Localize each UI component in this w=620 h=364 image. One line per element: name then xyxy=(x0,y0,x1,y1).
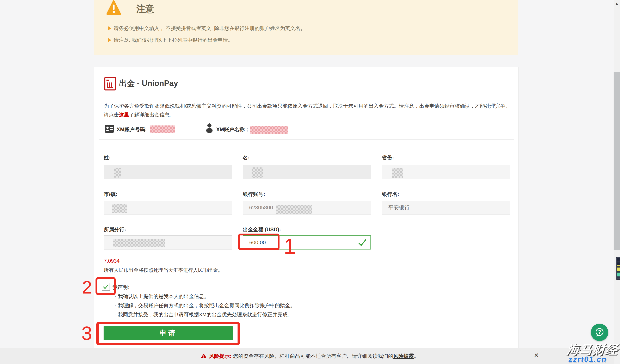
watermark-url: zzrt01.cn xyxy=(569,355,607,364)
withdrawal-page: 注意 请务必使用中文输入， 不接受拼音或者英文, 除非您在银行注册的账户姓名为英… xyxy=(0,0,620,364)
declaration-item-text: 我确认以上提供的是我本人的出金信息。 xyxy=(118,293,209,299)
notice-box: 注意 请务必使用中文输入， 不接受拼音或者英文, 除非您在银行注册的账户姓名为英… xyxy=(94,0,518,55)
description-text: 为了保护各方免受欺诈及降低洗钱和/或恐怖主义融资的可能性，公司出金款项只能依原入… xyxy=(104,103,495,109)
risk-suffix: 。 xyxy=(414,353,419,360)
branch-redacted xyxy=(113,239,165,247)
section-divider xyxy=(99,139,514,139)
last-name-field xyxy=(104,165,232,179)
details-link[interactable]: 这里 xyxy=(119,112,129,117)
scroll-up-arrow-icon[interactable]: ▲ xyxy=(614,1,620,6)
withdrawal-description: 为了保护各方免受欺诈及降低洗钱和/或恐怖主义融资的可能性，公司出金款项只能依原入… xyxy=(104,102,514,119)
side-panel-widget[interactable] xyxy=(616,257,620,280)
bullet-icon: · xyxy=(115,303,116,308)
bullet-icon: · xyxy=(115,312,116,317)
notice-bullet: 请务必使用中文输入， 不接受拼音或者英文, 除非您在银行注册的账户姓名为英文名。 xyxy=(114,25,305,32)
equalizer-stripes-icon xyxy=(617,258,620,278)
page-title: 出金 - UnionPay xyxy=(119,78,178,89)
close-icon[interactable]: ✕ xyxy=(534,352,539,359)
bank-icon xyxy=(104,77,116,91)
account-name-label: XM账户名称： xyxy=(216,126,250,133)
bank-account-redacted xyxy=(276,205,312,214)
exchange-rate-note: 所有人民币出金将按照处理当天汇率进行人民币出金。 xyxy=(104,267,223,273)
annotation-number-1: 1 xyxy=(284,235,296,258)
valid-check-icon xyxy=(358,239,366,246)
declaration-item-text: 我理解，交易账户任何方式的出金，将按照出金金额同比例扣除账户中的赠金。 xyxy=(118,303,295,308)
bank-account-field: 62305800 xyxy=(243,201,371,215)
province-field xyxy=(382,165,510,179)
description-text: 了解详细出金信息。 xyxy=(129,112,175,117)
notice-title: 注意 xyxy=(136,3,155,15)
risk-warning-bar: 风险提示: 您的资金存在风险。杠杆商品可能不适合所有客户。请详细阅读我们的风险披… xyxy=(0,348,620,364)
province-redacted xyxy=(392,168,403,178)
first-name-label: 名: xyxy=(243,154,371,161)
first-name-field xyxy=(243,165,371,179)
help-bubble-icon: ? xyxy=(594,327,605,338)
annotation-box-1 xyxy=(238,234,279,250)
account-number-label: XM账户号码: xyxy=(117,126,147,133)
annotation-box-2 xyxy=(95,277,116,295)
risk-prefix: 风险提示: xyxy=(209,353,231,360)
branch-label: 所属分行: xyxy=(104,226,232,233)
last-name-redacted xyxy=(114,168,121,178)
amount-label: 出金金额 (USD): xyxy=(243,226,371,233)
city-field xyxy=(104,201,232,215)
annotation-box-3 xyxy=(96,322,240,345)
person-icon xyxy=(205,123,213,133)
annotation-number-2: 2 xyxy=(82,278,92,296)
help-button[interactable]: ? xyxy=(591,324,608,341)
branch-field xyxy=(104,235,232,249)
id-card-icon xyxy=(105,125,114,133)
bank-name-label: 银行名: xyxy=(382,191,510,197)
annotation-number-3: 3 xyxy=(81,324,92,343)
notice-arrow-icon xyxy=(108,26,111,30)
first-name-redacted xyxy=(252,167,263,178)
declaration-item: ·我理解，交易账户任何方式的出金，将按照出金金额同比例扣除账户中的赠金。 xyxy=(115,302,295,309)
province-label: 省份: xyxy=(382,154,510,161)
exchange-rate: 7.0934 xyxy=(104,258,120,264)
declaration-item: ·我确认以上提供的是我本人的出金信息。 xyxy=(115,293,209,300)
bank-name-value: 平安银行 xyxy=(388,201,410,214)
withdrawal-panel: 出金 - UnionPay 为了保护各方免受欺诈及降低洗钱和/或恐怖主义融资的可… xyxy=(94,67,518,348)
declaration-item: ·我同意并接受，我的出金申请可根据XM的出金优先处理条款进行修正并完成。 xyxy=(115,311,293,318)
city-label: 市/镇: xyxy=(104,191,232,197)
notice-arrow-icon xyxy=(108,38,111,42)
city-redacted xyxy=(112,204,127,213)
risk-warning-icon xyxy=(201,354,206,358)
bank-name-field: 平安银行 xyxy=(382,201,510,215)
svg-text:?: ? xyxy=(598,329,601,335)
warning-triangle-icon xyxy=(106,0,121,16)
declaration-item-text: 我同意并接受，我的出金申请可根据XM的出金优先处理条款进行修正并完成。 xyxy=(118,312,293,317)
account-number-redacted xyxy=(150,125,175,133)
last-name-label: 姓: xyxy=(104,154,232,161)
scrollbar-thumb[interactable] xyxy=(614,72,620,250)
bank-account-value: 62305800 xyxy=(249,201,273,214)
notice-bullet: 请注意, 我们仅处理以下下拉列表中银行的出金申请。 xyxy=(114,37,233,44)
bank-account-label: 银行账号: xyxy=(243,191,371,197)
account-name-redacted xyxy=(250,126,288,134)
risk-text: 您的资金存在风险。杠杆商品可能不适合所有客户。请详细阅读我们的 xyxy=(233,353,393,360)
risk-disclosure-link[interactable]: 风险披露 xyxy=(393,353,414,360)
